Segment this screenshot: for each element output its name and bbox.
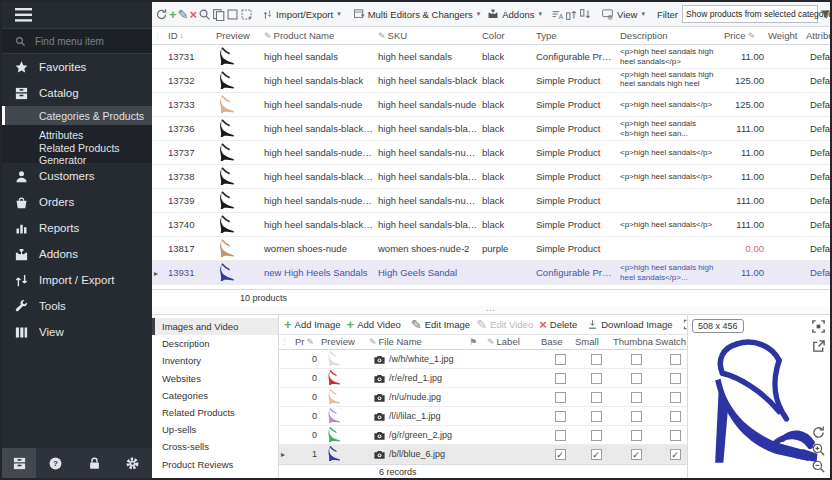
product-row-13731[interactable]: 13731high heel sandalshigh heel sandalsb…: [152, 45, 830, 69]
image-row-green_2.jpg[interactable]: 0/g/r/green_2.jpg: [279, 426, 687, 445]
base-checkbox[interactable]: ✓: [555, 449, 566, 460]
column-header-small[interactable]: Small: [573, 336, 611, 347]
add-image-button[interactable]: +Add Image: [281, 315, 344, 333]
base-checkbox[interactable]: [555, 373, 566, 384]
edit-video-button[interactable]: ✎Edit Video: [473, 315, 536, 333]
sidebar-item-favorites[interactable]: Favorites: [2, 54, 152, 80]
column-header-thumbna[interactable]: Thumbna: [611, 336, 653, 347]
sidebar-item-view[interactable]: View: [2, 319, 152, 345]
filter-select[interactable]: Show products from selected categories ▾: [682, 5, 818, 23]
column-header-weight[interactable]: Weight: [766, 30, 804, 41]
add-video-button[interactable]: +Add Video: [344, 315, 404, 333]
thumbnail-checkbox[interactable]: [631, 411, 642, 422]
zoom-in-button[interactable]: [811, 442, 826, 457]
image-row-red_1.jpg[interactable]: 0/r/e/red_1.jpg: [279, 369, 687, 388]
import-export-menu[interactable]: Import/Export▾: [259, 5, 344, 23]
swatch-checkbox[interactable]: ✓: [670, 449, 681, 460]
base-checkbox[interactable]: [555, 354, 566, 365]
base-checkbox[interactable]: [555, 392, 566, 403]
delete-product-button[interactable]: ×: [190, 7, 198, 22]
zoom-out-button[interactable]: [811, 459, 826, 474]
sidebar-search-input[interactable]: [33, 35, 137, 48]
column-header-pr[interactable]: Pr✎: [293, 336, 319, 347]
small-checkbox[interactable]: [591, 411, 602, 422]
search-products-button[interactable]: [198, 7, 211, 22]
tab-up-sells[interactable]: Up-sells: [152, 421, 278, 438]
hamburger-menu-button[interactable]: [2, 2, 152, 28]
sidebar-item-reports[interactable]: Reports: [2, 215, 152, 241]
column-header-swatch[interactable]: Swatch: [653, 336, 689, 347]
base-checkbox[interactable]: [555, 411, 566, 422]
swatch-checkbox[interactable]: [670, 430, 681, 441]
sidebar-bottom-help-button[interactable]: ?: [36, 448, 75, 478]
sort-button[interactable]: A: [551, 7, 564, 22]
marquee-select-button[interactable]: [240, 7, 253, 22]
column-header-color[interactable]: Color: [480, 30, 534, 41]
tab-websites[interactable]: Websites: [152, 370, 278, 387]
swatch-checkbox[interactable]: [670, 354, 681, 365]
addons-menu[interactable]: Addons▾: [484, 5, 545, 23]
sidebar-item-tools[interactable]: Tools: [2, 293, 152, 319]
thumbnail-checkbox[interactable]: ✓: [631, 449, 642, 460]
column-header-preview[interactable]: Preview: [319, 336, 367, 347]
image-row-white_1.jpg[interactable]: 0/w/h/white_1.jpg: [279, 350, 687, 369]
base-checkbox[interactable]: [555, 430, 566, 441]
column-header-price[interactable]: Price✎: [722, 30, 766, 41]
column-header-file-name[interactable]: ✎File Name: [367, 336, 467, 347]
tab-inventory[interactable]: Inventory: [152, 352, 278, 369]
small-checkbox[interactable]: [591, 430, 602, 441]
tab-images-and-video[interactable]: Images and Video: [152, 318, 278, 335]
swatch-checkbox[interactable]: [670, 373, 681, 384]
column-header-description[interactable]: Description: [618, 30, 722, 41]
sidebar-subitem-categories-products[interactable]: Categories & Products: [2, 106, 152, 125]
fit-screen-button[interactable]: [811, 319, 826, 334]
column-header-sku[interactable]: ✎SKU: [376, 30, 480, 41]
small-checkbox[interactable]: [591, 354, 602, 365]
product-row-13733[interactable]: 13733high heel sandals-nudehigh heel san…: [152, 93, 830, 117]
image-row-lilac_1.jpg[interactable]: 0/l/i/lilac_1.jpg: [279, 407, 687, 426]
sidebar-bottom-lock-button[interactable]: [75, 448, 114, 478]
sidebar-item-customers[interactable]: Customers: [2, 163, 152, 189]
edit-product-button[interactable]: ✎: [178, 7, 189, 22]
product-row-13736[interactable]: 13736high heel sandals-black-36high heel…: [152, 117, 830, 141]
product-row-13738[interactable]: 13738high heel sandals-black-37high heel…: [152, 165, 830, 189]
download-image-button[interactable]: Download Image: [584, 315, 675, 333]
small-checkbox[interactable]: [591, 392, 602, 403]
horizontal-splitter[interactable]: ⋯: [152, 306, 830, 314]
tab-product-reviews[interactable]: Product Reviews: [152, 456, 278, 473]
column-header-id[interactable]: ID↓: [166, 30, 214, 41]
sidebar-subitem-related-products-generator[interactable]: Related Products Generator: [2, 144, 152, 163]
tab-description[interactable]: Description: [152, 335, 278, 352]
product-row-13737[interactable]: 13737high heel sandals-nude-36high heel …: [152, 141, 830, 165]
sidebar-search[interactable]: [2, 28, 152, 54]
column-header-label[interactable]: ✎Label: [485, 336, 539, 347]
image-row-blue_6.jpg[interactable]: ▸1/b/l/blue_6.jpg✓✓✓✓: [279, 445, 687, 464]
product-row-13739[interactable]: 13739high heel sandals-nude-37high heel …: [152, 189, 830, 213]
product-row-13817[interactable]: 13817women shoes-nudewomen shoes-nude-2p…: [152, 237, 830, 261]
expand-rows-button[interactable]: [565, 7, 578, 22]
delete-image-button[interactable]: ×Delete: [536, 315, 580, 333]
thumbnail-checkbox[interactable]: [631, 392, 642, 403]
edit-image-button[interactable]: ✎Edit Image: [408, 315, 473, 333]
thumbnail-checkbox[interactable]: [631, 373, 642, 384]
small-checkbox[interactable]: [591, 373, 602, 384]
sidebar-bottom-archive-button[interactable]: [2, 448, 36, 478]
sidebar-bottom-gear-button[interactable]: [113, 448, 152, 478]
swatch-checkbox[interactable]: [670, 392, 681, 403]
column-header-base[interactable]: Base: [539, 336, 573, 347]
product-row-13732[interactable]: 13732high heel sandals-blackhigh heel sa…: [152, 69, 830, 93]
tab-cross-sells[interactable]: Cross-sells: [152, 438, 278, 455]
sidebar-item-orders[interactable]: Orders: [2, 189, 152, 215]
column-header-type[interactable]: Type: [534, 30, 618, 41]
multi-editors-menu[interactable]: Multi Editors & Changers▾: [350, 5, 484, 23]
product-row-13740[interactable]: 13740high heel sandals-black-38high heel…: [152, 213, 830, 237]
checkbox-select-button[interactable]: [226, 7, 239, 22]
copy-button[interactable]: [212, 7, 225, 22]
column-header-attribute-set-name[interactable]: Attribute Set Name: [804, 30, 832, 41]
column-header-preview[interactable]: Preview: [214, 30, 262, 41]
image-row-nude.jpg[interactable]: 0/n/u/nude.jpg: [279, 388, 687, 407]
open-external-button[interactable]: [811, 339, 826, 354]
thumbnail-checkbox[interactable]: [631, 430, 642, 441]
tab-categories[interactable]: Categories: [152, 387, 278, 404]
tab-related-products[interactable]: Related Products: [152, 404, 278, 421]
